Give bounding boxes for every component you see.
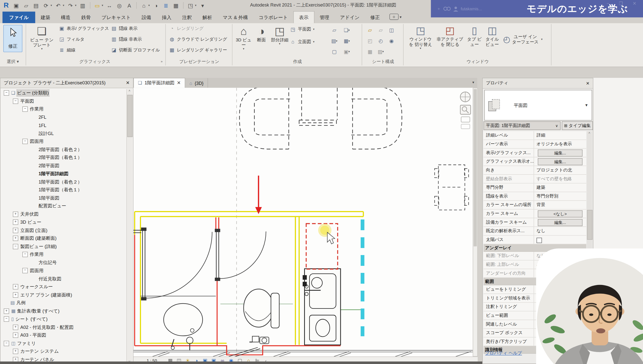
tree-item-2階平面図（着色１）[interactable]: 2階平面図（着色１） [1, 154, 126, 162]
collapse-icon[interactable]: − [4, 317, 9, 322]
graphics-表示/ グラフィックス[interactable]: ▣表示/ グラフィックス [59, 23, 109, 34]
dropdown-caret-icon[interactable]: ▾ [63, 4, 64, 7]
expand-icon[interactable]: + [13, 236, 18, 241]
tree-item-3D ビュー[interactable]: +3D ビュー [1, 218, 126, 226]
properties-close-icon[interactable]: ✕ [586, 81, 590, 86]
tree-item-エリア プラン (建築面積)[interactable]: +エリア プラン (建築面積) [1, 291, 126, 299]
tree-item-図面用[interactable]: −図面用 [1, 138, 126, 146]
property-button[interactable]: 編集... [538, 219, 582, 226]
tree-item-1階平面図（着色２）[interactable]: 1階平面図（着色２） [1, 178, 126, 186]
close-view-icon[interactable]: ✕ [177, 80, 181, 86]
collapse-icon[interactable]: − [13, 98, 18, 104]
expand-icon[interactable]: + [13, 220, 18, 225]
tree-item-凡例[interactable]: ▤凡例 [1, 299, 126, 307]
ribbon-tab-構造[interactable]: 構造 [56, 12, 76, 23]
underlay-dashed-elements[interactable] [239, 88, 402, 149]
ribbon-tab-マス & 外構[interactable]: マス & 外構 [217, 12, 253, 23]
expand-icon[interactable]: + [13, 284, 18, 289]
collapse-icon[interactable]: − [22, 106, 28, 112]
tree-item-平面図[interactable]: −平面図 [1, 97, 126, 105]
tree-item-ビュー (分類順)[interactable]: −❏ビュー (分類順) [1, 89, 126, 97]
expand-icon[interactable]: + [4, 308, 9, 314]
tree-item-方位記号[interactable]: 方位記号 [1, 259, 126, 267]
graphics-フィルタ[interactable]: ◲フィルタ [59, 34, 109, 45]
properties-help-link[interactable]: プロパティ ヘルプ [485, 350, 522, 356]
instance-combo[interactable]: 平面図: 1階平面詳細図∨ [484, 121, 561, 130]
place-view-icon[interactable]: ▱ [378, 27, 384, 33]
tree-item-ファミリ[interactable]: −◫ファミリ [1, 339, 126, 347]
tree-item-集計表/数量 (すべて)[interactable]: +▦集計表/数量 (すべて) [1, 307, 126, 315]
expand-icon[interactable]: + [13, 333, 18, 338]
ribbon-tab-コラボレート[interactable]: コラボレート [253, 12, 293, 23]
ribbon-tab-鉄骨[interactable]: 鉄骨 [76, 12, 96, 23]
tree-item-図面用[interactable]: −図面用 [1, 267, 126, 275]
save-icon[interactable]: ▤ [32, 2, 40, 9]
dropdown-caret-icon[interactable]: ▾ [50, 4, 52, 7]
create-断面[interactable]: ◑断面 [253, 25, 269, 42]
navigation-bar[interactable] [460, 92, 471, 129]
customize-qat-icon[interactable]: ▾ [199, 2, 206, 9]
plan-views-button[interactable]: ◳ 平面図▾ [290, 27, 314, 32]
close-inactive-button[interactable]: ◰ 非アクティブを 閉じる [436, 25, 464, 47]
guide-grid-icon[interactable]: ◴ [378, 38, 384, 44]
property-value[interactable]: 編集... [534, 218, 586, 226]
tree-item-ウォークスルー[interactable]: +ウォークスルー [1, 283, 126, 291]
view-template-button[interactable]: ❏ ビュー テンプレート▾ [29, 25, 55, 51]
graphics-dialog-launcher-icon[interactable]: » [161, 60, 163, 64]
ribbon-tab-プレキャスト[interactable]: プレキャスト [96, 12, 136, 23]
text-icon[interactable]: A [126, 2, 133, 9]
collapse-icon[interactable]: − [22, 139, 28, 144]
presentation-レンダリング[interactable]: ◔レンダリング [169, 23, 227, 34]
tree-item-2階平面図（着色２）[interactable]: 2階平面図（着色２） [1, 146, 126, 154]
sync-with-central-icon[interactable]: ⟳ [42, 2, 50, 9]
expand-icon[interactable]: + [13, 292, 18, 297]
tree-item-作業用[interactable]: −作業用 [1, 251, 126, 259]
matchline-icon[interactable]: ▦ [367, 49, 373, 55]
expand-icon[interactable]: + [13, 211, 18, 217]
tree-item-A02 - 付近見取図・配置図[interactable]: +A02 - 付近見取図・配置図 [1, 323, 126, 331]
modify-state-dropdown[interactable]: ⊙▾ [389, 14, 402, 23]
tree-item-天井伏図[interactable]: +天井伏図 [1, 210, 126, 218]
graphics-切断面 プロファイル[interactable]: ◪切断面 プロファイル [111, 45, 160, 55]
scrollbar-thumb[interactable] [587, 210, 592, 240]
underlay-furniture[interactable] [435, 165, 468, 210]
user-interface-button[interactable]: ◴ ユーザ インターフェース ▾ [504, 34, 543, 44]
modify-button[interactable]: 修正 [3, 25, 22, 52]
tree-item-1階平面図（着色１）[interactable]: 1階平面図（着色１） [1, 186, 126, 194]
collapse-icon[interactable]: − [13, 244, 18, 249]
graphics-細線[interactable]: ≣細線 [59, 45, 109, 55]
project-browser-scrollbar[interactable]: ˄ ˅ [126, 89, 132, 364]
presentation-レンダリング ギャラリー[interactable]: ▦レンダリング ギャラリー [169, 45, 227, 55]
collapse-icon[interactable]: − [22, 252, 28, 257]
undo-icon[interactable]: ↶ [55, 2, 62, 9]
view-tab-{3D}[interactable]: ⌂{3D} [185, 78, 208, 88]
ribbon-tab-管理[interactable]: 管理 [314, 12, 335, 23]
collapse-icon[interactable]: − [4, 341, 9, 346]
ui-window-icon[interactable]: ▣ [12, 2, 20, 9]
tree-item-断面図 (建築断面)[interactable]: +断面図 (建築断面) [1, 234, 126, 242]
section-icon[interactable]: ◑ [152, 2, 160, 9]
ribbon-tab-設備[interactable]: 設備 [136, 12, 156, 23]
ribbon-tab-表示[interactable]: 表示 [293, 11, 314, 23]
expand-icon[interactable]: + [13, 325, 18, 330]
tree-item-シート (すべて)[interactable]: −▯シート (すべて) [1, 315, 126, 323]
tree-item-1階平面詳細図[interactable]: 1階平面詳細図 [1, 170, 126, 178]
aligned-dimension-icon[interactable]: ↔ [106, 2, 113, 9]
revisions-icon[interactable]: ◰ [367, 38, 373, 44]
tree-item-2FL[interactable]: 2FL [1, 113, 126, 121]
tree-item-付近見取図[interactable]: 付近見取図 [1, 275, 126, 283]
dropdown-caret-icon[interactable]: ▾ [102, 4, 103, 7]
deck-boards[interactable] [133, 350, 473, 356]
ribbon-tab-修正[interactable]: 修正 [365, 12, 385, 23]
expand-icon[interactable]: + [13, 349, 18, 354]
tile-views-button[interactable]: ◫ タイル ビュー [484, 25, 501, 47]
annotation-arrow[interactable] [255, 175, 262, 214]
collapse-icon[interactable]: − [4, 90, 9, 96]
revit-logo[interactable]: R [3, 2, 10, 9]
redo-icon[interactable]: ↷ [67, 2, 74, 9]
expand-icon[interactable]: + [13, 228, 18, 233]
thin-lines-icon[interactable]: ≣ [162, 2, 170, 9]
close-inactive-views-icon[interactable]: ▦ [172, 2, 180, 9]
drawing-area[interactable] [133, 88, 473, 357]
checkbox[interactable] [537, 238, 542, 243]
